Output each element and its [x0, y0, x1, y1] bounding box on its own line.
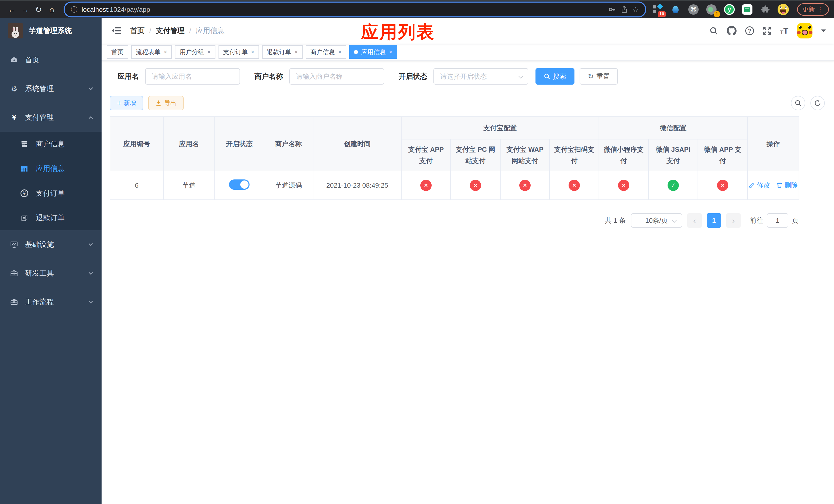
chrome-update-button[interactable]: 更新 ⋮ — [797, 3, 829, 16]
tag-pay-order[interactable]: 支付订单× — [219, 45, 259, 59]
extension-balloon-icon[interactable] — [670, 3, 682, 16]
sidebar-logo[interactable]: 芋道管理系统 — [0, 18, 102, 44]
add-button[interactable]: + 新增 — [110, 96, 143, 110]
next-page-button[interactable]: › — [726, 213, 741, 228]
cell-alipay-wap: × — [500, 171, 550, 200]
cell-wechat-jsapi: ✓ — [649, 171, 698, 200]
extension-grid-icon[interactable]: 10 — [652, 3, 664, 16]
site-info-icon[interactable]: ⓘ — [71, 5, 78, 14]
cell-wechat-app: × — [698, 171, 748, 200]
breadcrumb-home[interactable]: 首页 — [130, 26, 145, 36]
github-icon[interactable] — [727, 26, 737, 36]
sidebar-item-infrastructure[interactable]: 基础设施 — [0, 230, 102, 259]
payment-submenu: 商户信息 应用信息 ¥ 支付订单 退款订单 — [0, 132, 102, 230]
close-icon[interactable]: × — [163, 49, 167, 55]
tag-app-info[interactable]: 应用信息× — [349, 45, 397, 59]
disabled-status-icon: × — [618, 180, 629, 191]
extension-badge: 10 — [658, 11, 666, 17]
col-header-app-id: 应用编号 — [110, 117, 163, 171]
col-header-create-time: 创建时间 — [313, 117, 401, 171]
grid-table-icon — [20, 165, 29, 173]
sidebar-item-label: 基础设施 — [25, 240, 89, 249]
chevron-down-icon — [89, 86, 93, 90]
col-header-wechat-jsapi: 微信 JSAPI 支付 — [649, 139, 698, 171]
browser-menu-icon[interactable]: ⋮ — [817, 6, 824, 14]
reset-button[interactable]: ↻ 重置 — [579, 68, 618, 85]
sidebar-item-label: 研发工具 — [25, 269, 89, 278]
password-key-icon[interactable] — [608, 5, 616, 14]
goto-page-input[interactable] — [767, 213, 788, 228]
tag-refund-order[interactable]: 退款订单× — [262, 45, 303, 59]
tag-merchant-info[interactable]: 商户信息× — [306, 45, 346, 59]
cell-create-time: 2021-10-23 08:49:25 — [313, 171, 401, 200]
status-toggle[interactable] — [229, 180, 249, 190]
app-name-input[interactable] — [145, 68, 240, 85]
extension-command-icon[interactable]: ⌘ — [687, 3, 700, 16]
toggle-search-button[interactable] — [791, 96, 805, 110]
avatar-dropdown-caret[interactable] — [821, 29, 826, 32]
breadcrumb-section[interactable]: 支付管理 — [156, 26, 185, 36]
cell-app-id: 6 — [110, 171, 163, 200]
address-bar[interactable]: ⓘ localhost:1024/pay/app ☆ — [65, 3, 645, 17]
col-header-actions: 操作 — [748, 117, 799, 171]
browser-toolbar: ← → ↻ ⌂ ⓘ localhost:1024/pay/app ☆ 10 ⌘ … — [0, 0, 834, 18]
close-icon[interactable]: × — [294, 49, 298, 55]
browser-profile-avatar[interactable] — [777, 3, 789, 16]
browser-reload-button[interactable]: ↻ — [32, 3, 45, 16]
close-icon[interactable]: × — [207, 49, 211, 55]
browser-back-button[interactable]: ← — [5, 3, 19, 16]
browser-forward-button[interactable]: → — [19, 3, 32, 16]
sidebar-item-label: 支付管理 — [25, 113, 89, 122]
delete-link[interactable]: 删除 — [776, 181, 798, 190]
fullscreen-icon[interactable] — [763, 26, 771, 35]
refresh-button[interactable] — [810, 96, 825, 110]
page-size-select[interactable]: 10条/页 — [631, 213, 682, 228]
total-count: 共 1 条 — [605, 216, 626, 225]
merchant-name-input[interactable] — [289, 68, 384, 85]
status-select[interactable] — [433, 68, 528, 85]
extensions-puzzle-icon[interactable] — [759, 3, 771, 16]
header-search-icon[interactable] — [709, 26, 718, 35]
app-name-label: 应用名 — [117, 71, 139, 81]
sidebar: 芋道管理系统 首页 ⚙ 系统管理 ¥ 支付管理 — [0, 18, 102, 504]
sidebar-item-refund-order[interactable]: 退款订单 — [0, 206, 102, 230]
sidebar-item-workflow[interactable]: 工作流程 — [0, 288, 102, 316]
font-size-icon[interactable]: TT — [780, 27, 788, 35]
search-form: 应用名 商户名称 开启状态 搜索 ↻ 重置 — [117, 68, 826, 85]
share-icon[interactable] — [620, 6, 628, 13]
sidebar-item-label: 退款订单 — [36, 213, 65, 223]
close-icon[interactable]: × — [251, 49, 255, 55]
sidebar-item-app-info[interactable]: 应用信息 — [0, 156, 102, 181]
sidebar-item-home[interactable]: 首页 — [0, 46, 102, 74]
chevron-down-icon — [89, 242, 93, 246]
sidebar-item-payment[interactable]: ¥ 支付管理 — [0, 103, 102, 132]
sidebar-collapse-icon[interactable] — [110, 25, 123, 37]
extension-recorder-icon[interactable]: 1 — [705, 3, 718, 16]
close-icon[interactable]: × — [389, 49, 392, 55]
page-number-1[interactable]: 1 — [707, 213, 721, 228]
tag-process-form[interactable]: 流程表单× — [131, 45, 172, 59]
sidebar-item-dev-tools[interactable]: 研发工具 — [0, 259, 102, 288]
status-select-input[interactable] — [433, 68, 528, 85]
toolbox-icon — [10, 270, 19, 277]
url-text[interactable]: localhost:1024/pay/app — [82, 6, 150, 14]
table-toolbar: + 新增 导出 — [110, 96, 826, 110]
tag-user-group[interactable]: 用户分组× — [175, 45, 215, 59]
col-header-wechat-lite: 微信小程序支付 — [599, 139, 649, 171]
extension-yuque-icon[interactable]: y — [723, 3, 736, 16]
edit-link[interactable]: 修改 — [749, 181, 770, 190]
sidebar-item-merchant-info[interactable]: 商户信息 — [0, 132, 102, 156]
help-icon[interactable]: ? — [745, 26, 754, 35]
extension-chat-icon[interactable] — [741, 3, 753, 16]
close-icon[interactable]: × — [338, 49, 342, 55]
sidebar-item-system[interactable]: ⚙ 系统管理 — [0, 74, 102, 103]
export-button[interactable]: 导出 — [148, 96, 184, 110]
search-button[interactable]: 搜索 — [535, 68, 574, 85]
tag-home[interactable]: 首页 — [107, 45, 128, 59]
sidebar-item-pay-order[interactable]: ¥ 支付订单 — [0, 181, 102, 206]
plus-icon: + — [117, 99, 121, 107]
browser-home-button[interactable]: ⌂ — [45, 3, 59, 16]
bookmark-star-icon[interactable]: ☆ — [632, 5, 639, 14]
user-avatar[interactable] — [797, 23, 812, 39]
prev-page-button[interactable]: ‹ — [687, 213, 702, 228]
